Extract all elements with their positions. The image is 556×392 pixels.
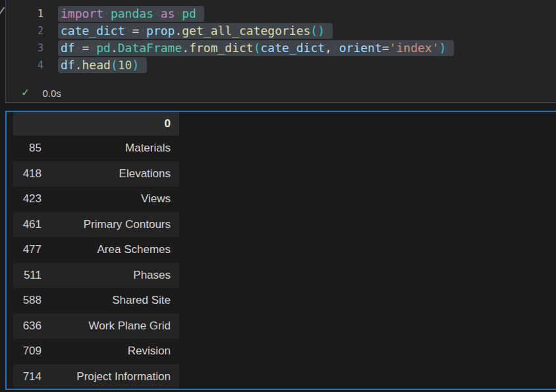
success-check-icon: ✓ (21, 88, 30, 98)
code-editor[interactable]: 1import·pandas·as·pd2cate_dict·=·prop.ge… (5, 5, 454, 74)
cell-status-bar: ✓ 0.0s (5, 84, 61, 101)
dataframe-table: 0 85Materials418Elevations423Views461Pri… (13, 112, 179, 389)
table-row: 461Primary Contours (13, 212, 179, 238)
table-row: 85Materials (13, 136, 179, 161)
cell-collapse-chevron-icon[interactable] (0, 7, 5, 14)
row-index: 423 (13, 192, 42, 206)
table-row: 511Phases (13, 263, 179, 289)
code-line[interactable]: 1import·pandas·as·pd (5, 5, 454, 22)
row-value: Views (42, 192, 179, 206)
execution-duration: 0.0s (42, 88, 61, 99)
line-number: 3 (5, 40, 43, 57)
table-row: 477Area Schemes (13, 237, 179, 263)
column-header: 0 (13, 117, 179, 130)
table-row: 423Views (13, 186, 179, 212)
code-line[interactable]: 4df.head(10) (5, 57, 454, 74)
row-value: Project Information (42, 370, 179, 383)
dataframe-body: 85Materials418Elevations423Views461Prima… (13, 136, 179, 389)
line-number: 1 (5, 5, 43, 22)
selected-code-text[interactable]: df.head(10) (58, 57, 147, 73)
row-index: 418 (13, 167, 42, 181)
row-index: 714 (13, 370, 42, 383)
row-value: Primary Contours (42, 218, 179, 231)
table-row: 714Project Information (13, 364, 179, 390)
row-value: Revision (42, 345, 179, 358)
code-line[interactable]: 3df·=·pd.DataFrame.from_dict(cate_dict,·… (5, 40, 454, 57)
row-value: Materials (42, 142, 179, 155)
row-value: Elevations (42, 167, 179, 181)
row-value: Shared Site (42, 294, 179, 307)
line-number: 4 (5, 57, 43, 74)
selected-code-text[interactable]: import·pandas·as·pd (58, 6, 204, 22)
row-value: Phases (42, 269, 179, 282)
row-index: 636 (13, 320, 42, 333)
table-row: 636Work Plane Grid (13, 314, 179, 339)
notebook-editor: { "editor": { "lines": [ {"num":"1","act… (0, 0, 556, 392)
row-value: Work Plane Grid (42, 320, 179, 333)
table-row: 418Elevations (13, 161, 179, 187)
row-value: Area Schemes (42, 243, 179, 256)
row-index: 588 (13, 294, 42, 307)
cell-output[interactable]: 0 85Materials418Elevations423Views461Pri… (5, 111, 556, 390)
table-row: 588Shared Site (13, 288, 179, 314)
row-index: 85 (13, 142, 42, 155)
table-row: 709Revision (13, 339, 179, 364)
row-index: 477 (13, 243, 42, 256)
line-number: 2 (5, 22, 43, 40)
selected-code-text[interactable]: df·=·pd.DataFrame.from_dict(cate_dict,·o… (58, 40, 454, 56)
selected-code-text[interactable]: cate_dict·=·prop.get_all_categories() (58, 23, 333, 39)
row-index: 709 (13, 345, 42, 358)
row-index: 511 (13, 269, 42, 282)
table-header-row: 0 (13, 112, 179, 136)
row-index: 461 (13, 218, 42, 231)
code-line[interactable]: 2cate_dict·=·prop.get_all_categories() (5, 22, 454, 40)
